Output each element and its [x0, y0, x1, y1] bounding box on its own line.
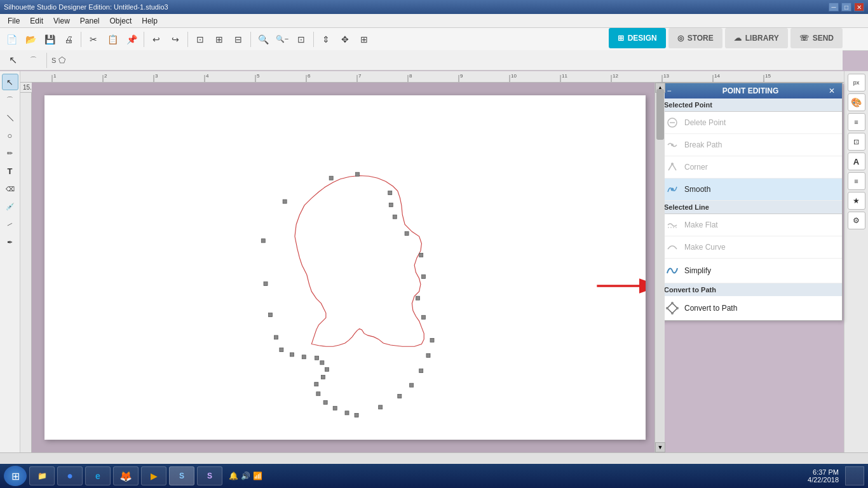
panel-close-button[interactable]: ✕ — [827, 86, 837, 96]
break-path-item[interactable]: Break Path — [659, 134, 842, 156]
pencil-tool[interactable]: ✏ — [2, 145, 18, 161]
smooth-item[interactable]: Smooth — [659, 179, 842, 201]
point-8[interactable] — [280, 348, 283, 351]
align-panel-button[interactable]: ⊡ — [848, 133, 865, 151]
point-11[interactable] — [315, 356, 319, 360]
point-3[interactable] — [283, 200, 287, 203]
menu-object[interactable]: Object — [105, 15, 137, 27]
point-1[interactable] — [356, 172, 360, 176]
point-32[interactable] — [393, 215, 397, 219]
make-flat-item[interactable]: Make Flat — [659, 214, 842, 236]
point-12[interactable] — [320, 361, 324, 365]
menu-help[interactable]: Help — [137, 15, 163, 27]
ungroup-button[interactable]: ⊟ — [229, 30, 247, 48]
canvas-area[interactable] — [32, 83, 658, 452]
tray-network-icon[interactable]: 📶 — [253, 471, 262, 480]
blade-tool[interactable]: ∕ — [0, 213, 21, 236]
point-2[interactable] — [329, 176, 333, 180]
taskbar-silhouette[interactable]: S — [169, 466, 194, 485]
vscroll-thumb[interactable] — [656, 89, 664, 140]
point-33[interactable] — [389, 203, 393, 207]
vertical-scrollbar[interactable]: ▲ ▼ — [654, 83, 665, 452]
favorites-panel-button[interactable]: ★ — [848, 192, 865, 210]
taskbar-silhouette2[interactable]: S — [197, 466, 222, 485]
point-edit-tool[interactable]: ⌒ — [2, 92, 18, 108]
point-19[interactable] — [345, 411, 349, 415]
close-button[interactable]: ✕ — [854, 3, 864, 11]
taskbar-media[interactable]: ▶ — [141, 466, 166, 485]
move-button[interactable]: ✥ — [336, 30, 354, 48]
point-9[interactable] — [290, 353, 294, 356]
menu-edit[interactable]: Edit — [25, 15, 48, 27]
point-14[interactable] — [321, 375, 325, 379]
point-34[interactable] — [388, 191, 392, 195]
zoom-out-button[interactable]: 🔍− — [273, 30, 291, 48]
point-17[interactable] — [323, 400, 327, 404]
start-button[interactable]: ⊞ — [4, 466, 27, 486]
menu-file[interactable]: File — [3, 15, 25, 27]
paste-button[interactable]: 📌 — [123, 30, 140, 48]
taskbar-firefox[interactable]: 🦊 — [113, 466, 139, 485]
print-button[interactable]: 🖨 — [60, 30, 78, 48]
send-nav-button[interactable]: ☏ SEND — [790, 28, 843, 48]
open-button[interactable]: 📂 — [22, 30, 39, 48]
maximize-button[interactable]: □ — [841, 3, 851, 11]
undo-button[interactable]: ↩ — [147, 30, 165, 48]
panel-collapse-button[interactable]: − — [664, 86, 674, 96]
point-30[interactable] — [419, 253, 423, 257]
menu-panel[interactable]: Panel — [75, 15, 105, 27]
copy-button[interactable]: 📋 — [104, 30, 121, 48]
settings-panel-button[interactable]: ⚙ — [848, 212, 865, 229]
point-31[interactable] — [405, 232, 409, 236]
point-20[interactable] — [355, 414, 358, 417]
group-button[interactable]: ⊞ — [210, 30, 228, 48]
taskbar-ie[interactable]: e — [85, 466, 111, 485]
delete-point-item[interactable]: Delete Point — [659, 112, 842, 134]
minimize-button[interactable]: ─ — [829, 3, 839, 11]
point-27[interactable] — [421, 315, 425, 319]
point-21[interactable] — [379, 405, 383, 409]
erase-tool[interactable]: ⌫ — [2, 180, 18, 197]
arrow-tool[interactable]: ↖ — [4, 51, 22, 69]
color-panel-button[interactable]: 🎨 — [848, 93, 865, 111]
taskbar-file-explorer[interactable]: 📁 — [29, 466, 55, 485]
vscroll-down-button[interactable]: ▼ — [655, 442, 665, 452]
point-7[interactable] — [275, 336, 278, 339]
corner-item[interactable]: Corner — [659, 156, 842, 179]
convert-to-path-button[interactable]: Convert to Path — [659, 296, 842, 320]
point-18[interactable] — [333, 406, 337, 410]
page-button[interactable]: ⊞ — [355, 30, 373, 48]
point-23[interactable] — [410, 383, 414, 387]
point-26[interactable] — [430, 338, 434, 342]
pen-tool[interactable]: ✒ — [2, 234, 18, 250]
bezier-tool[interactable]: ⌒ — [24, 51, 42, 69]
taskbar-chrome[interactable]: ● — [57, 466, 83, 485]
redo-button[interactable]: ↪ — [166, 30, 184, 48]
point-13[interactable] — [325, 367, 329, 371]
save-button[interactable]: 💾 — [41, 30, 58, 48]
point-25[interactable] — [426, 354, 430, 358]
point-22[interactable] — [398, 394, 402, 398]
fill-panel-button[interactable]: ≡ — [848, 172, 865, 190]
simplify-item[interactable]: Simplify — [659, 259, 842, 283]
point-4[interactable] — [261, 239, 265, 243]
layers-panel-button[interactable]: ≡ — [848, 113, 865, 131]
taskbar-clock[interactable]: 6:37 PM 4/22/2018 — [808, 468, 843, 484]
cut-button[interactable]: ✂ — [85, 30, 102, 48]
point-28[interactable] — [416, 296, 419, 300]
flip-v-button[interactable]: ⇕ — [317, 30, 335, 48]
new-button[interactable]: 📄 — [3, 30, 20, 48]
point-15[interactable] — [315, 383, 318, 386]
point-16[interactable] — [316, 392, 320, 396]
text-tool[interactable]: T — [2, 163, 18, 179]
make-curve-item[interactable]: Make Curve — [659, 236, 842, 259]
pixel-panel-button[interactable]: px — [848, 74, 865, 92]
point-24[interactable] — [419, 369, 423, 373]
point-10[interactable] — [302, 355, 306, 359]
design-nav-button[interactable]: ⊞ DESIGN — [609, 28, 666, 48]
line-tool[interactable]: │ — [0, 106, 22, 130]
show-desktop-button[interactable] — [845, 466, 864, 485]
ellipse-tool[interactable]: ○ — [2, 127, 18, 144]
zoom-in-button[interactable]: 🔍 — [254, 30, 272, 48]
text-panel-button[interactable]: A — [848, 152, 865, 170]
